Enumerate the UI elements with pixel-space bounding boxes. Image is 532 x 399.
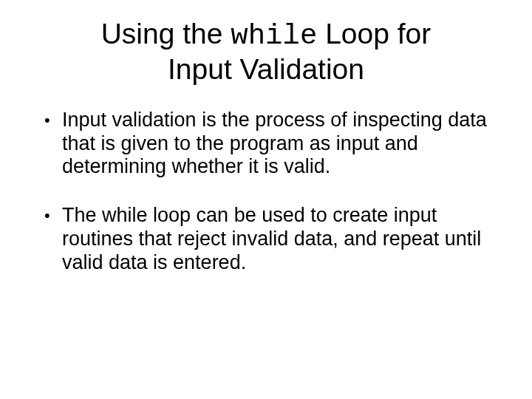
slide-title: Using the while Loop for Input Validatio… (27, 18, 505, 86)
title-code: while (231, 20, 317, 52)
title-post: Loop for (317, 18, 431, 50)
title-pre: Using the (101, 18, 231, 50)
list-item: The while loop can be used to create inp… (33, 204, 499, 275)
title-line2: Input Validation (27, 53, 505, 86)
list-item: Input validation is the process of inspe… (33, 109, 499, 180)
slide: Using the while Loop for Input Validatio… (0, 0, 532, 399)
bullet-list: Input validation is the process of inspe… (27, 109, 505, 275)
